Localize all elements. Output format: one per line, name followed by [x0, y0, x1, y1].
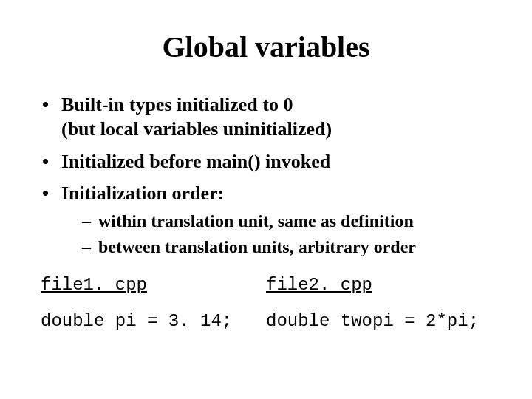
sub-bullet-list: within translation unit, same as definit…: [61, 210, 491, 258]
slide-title: Global variables: [41, 30, 491, 64]
file-name: file2. cpp: [266, 275, 491, 295]
sub-bullet-item: within translation unit, same as definit…: [82, 210, 491, 233]
sub-bullet-item: between translation units, arbitrary ord…: [82, 236, 491, 259]
sub-bullet-text: between translation units, arbitrary ord…: [98, 237, 416, 256]
bullet-text: Initialized before main() invoked: [61, 151, 330, 172]
file-name: file1. cpp: [41, 275, 266, 295]
bullet-item: Initialized before main() invoked: [41, 149, 491, 174]
bullet-item: Built-in types initialized to 0 (but loc…: [41, 92, 491, 142]
bullet-list: Built-in types initialized to 0 (but loc…: [41, 92, 491, 259]
code-line: double twopi = 2*pi;: [266, 311, 491, 331]
code-line: double pi = 3. 14;: [41, 311, 266, 331]
bullet-text: Initialization order:: [61, 183, 224, 204]
code-column-left: file1. cpp double pi = 3. 14;: [41, 275, 266, 331]
slide: Global variables Built-in types initiali…: [0, 0, 532, 399]
code-column-right: file2. cpp double twopi = 2*pi;: [266, 275, 491, 331]
code-columns: file1. cpp double pi = 3. 14; file2. cpp…: [41, 275, 491, 331]
bullet-text: (but local variables uninitialized): [61, 118, 332, 140]
bullet-item: Initialization order: within translation…: [41, 181, 491, 259]
bullet-text: Built-in types initialized to 0: [61, 94, 293, 115]
sub-bullet-text: within translation unit, same as definit…: [98, 211, 414, 231]
